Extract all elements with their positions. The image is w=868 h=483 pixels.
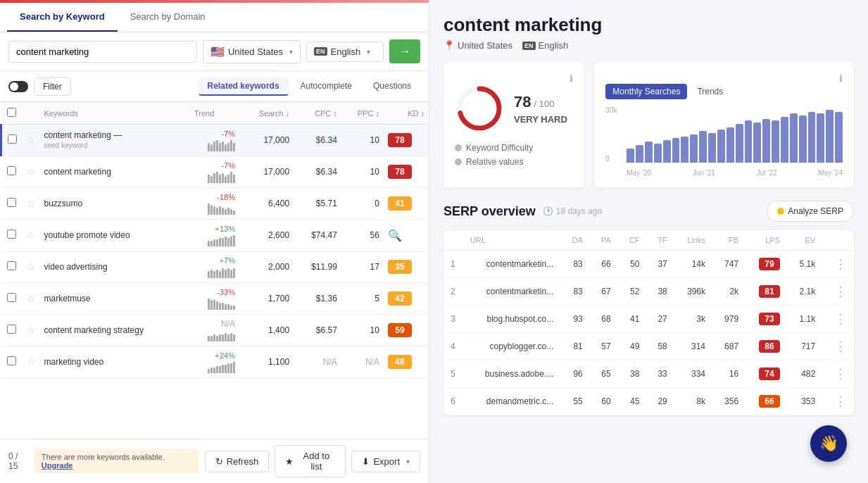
search-icon[interactable]: 🔍 bbox=[388, 230, 402, 242]
col-search[interactable]: Search ↓ bbox=[239, 102, 294, 125]
tab-search-by-keyword[interactable]: Search by Keyword bbox=[7, 3, 118, 32]
country-select[interactable]: 🇺🇸 United States ▾ bbox=[203, 40, 301, 63]
star-icon[interactable]: ☆ bbox=[27, 134, 36, 146]
serp-row-da: 83 bbox=[560, 278, 590, 306]
serp-col-links[interactable]: Links bbox=[674, 230, 712, 251]
serp-row-ev: 717 bbox=[787, 333, 822, 360]
export-button[interactable]: ⬇ Export ▾ bbox=[351, 451, 420, 472]
refresh-button[interactable]: ↻ Refresh bbox=[205, 451, 270, 472]
serp-col-fb[interactable]: FB bbox=[712, 230, 746, 251]
serp-row-url[interactable]: blog.hubspot.co... bbox=[463, 306, 560, 333]
pill-autocomplete[interactable]: Autocomplete bbox=[291, 77, 361, 96]
chart-bar bbox=[817, 113, 824, 163]
star-icon[interactable]: ☆ bbox=[27, 230, 36, 241]
filter-button[interactable]: Filter bbox=[34, 77, 71, 96]
chart-area: 30k 0 May '20 Jun '21 Jul '22 May '24 bbox=[605, 106, 843, 177]
serp-row-menu[interactable]: ⋮ bbox=[822, 360, 854, 388]
serp-row-url[interactable]: business.adobe.... bbox=[463, 360, 560, 388]
serp-row-tf: 29 bbox=[646, 388, 674, 415]
row-checkbox[interactable] bbox=[7, 166, 16, 175]
table-row: ☆ youtube promote video +13% 2,600 $74.4… bbox=[1, 220, 429, 251]
star-icon[interactable]: ☆ bbox=[27, 356, 36, 368]
analyze-serp-button[interactable]: Analyze SERP bbox=[767, 201, 854, 222]
row-checkbox[interactable] bbox=[7, 230, 16, 239]
row-checkbox[interactable] bbox=[7, 325, 16, 334]
kd-cell: 🔍 bbox=[384, 220, 429, 251]
serp-col-lps[interactable]: LPS bbox=[746, 230, 787, 251]
row-checkbox[interactable] bbox=[7, 356, 16, 365]
col-kd[interactable]: KD ↕ bbox=[384, 102, 429, 125]
kd-badge: 59 bbox=[388, 323, 412, 337]
star-icon[interactable]: ☆ bbox=[27, 325, 36, 336]
trend-bars bbox=[194, 267, 235, 278]
tab-search-by-domain[interactable]: Search by Domain bbox=[118, 3, 218, 32]
serp-col-da[interactable]: DA bbox=[560, 230, 590, 251]
filter-toggle[interactable] bbox=[8, 81, 28, 92]
pill-related-keywords[interactable]: Related keywords bbox=[199, 77, 289, 96]
serp-row-menu[interactable]: ⋮ bbox=[822, 278, 854, 306]
star-icon[interactable]: ☆ bbox=[27, 198, 36, 209]
star-icon[interactable]: ☆ bbox=[27, 166, 36, 177]
chat-fab-button[interactable]: 👋 bbox=[810, 425, 847, 462]
pill-questions[interactable]: Questions bbox=[364, 77, 420, 96]
serp-row-da: 55 bbox=[560, 388, 590, 415]
serp-row-url[interactable]: demandmetric.c... bbox=[463, 388, 560, 415]
serp-col-ev[interactable]: EV bbox=[787, 230, 822, 251]
serp-row-url[interactable]: contentmarketin... bbox=[463, 278, 560, 306]
row-trend-cell: -7% bbox=[190, 125, 239, 156]
col-cpc[interactable]: CPC ↕ bbox=[294, 102, 341, 125]
row-menu-icon[interactable]: ⋮ bbox=[834, 367, 847, 381]
row-checkbox[interactable] bbox=[7, 293, 16, 302]
row-star-cell: ☆ bbox=[23, 283, 40, 315]
row-keyword-cell: content marketing strategy bbox=[40, 315, 190, 346]
row-checkbox[interactable] bbox=[7, 198, 16, 207]
col-trend[interactable]: Trend bbox=[190, 102, 239, 125]
row-menu-icon[interactable]: ⋮ bbox=[834, 339, 847, 353]
row-ppc-cell: 10 bbox=[341, 125, 384, 156]
serp-col-cf[interactable]: CF bbox=[618, 230, 647, 251]
keyword-input[interactable] bbox=[8, 41, 197, 63]
row-cpc-cell: $6.34 bbox=[294, 125, 341, 156]
serp-row-fb: 2k bbox=[712, 278, 746, 306]
col-ppc[interactable]: PPC ↕ bbox=[341, 102, 384, 125]
row-keyword-cell: marketing video bbox=[40, 346, 190, 378]
row-menu-icon[interactable]: ⋮ bbox=[834, 257, 847, 271]
serp-row-url[interactable]: contentmarketin... bbox=[463, 251, 560, 278]
serp-title: SERP overview bbox=[444, 204, 536, 219]
serp-col-pa[interactable]: PA bbox=[590, 230, 618, 251]
chart-tab-monthly[interactable]: Monthly Searches bbox=[605, 84, 687, 99]
serp-row-fb: 747 bbox=[712, 251, 746, 278]
info-icon[interactable]: ℹ bbox=[570, 73, 573, 84]
row-menu-icon[interactable]: ⋮ bbox=[834, 312, 847, 326]
info-icon[interactable]: ℹ bbox=[839, 73, 843, 84]
keyword-name: content marketing strategy bbox=[44, 325, 144, 335]
chart-x-labels: May '20 Jun '21 Jul '22 May '24 bbox=[627, 169, 843, 177]
serp-row-menu[interactable]: ⋮ bbox=[822, 333, 854, 360]
x-label-1: May '20 bbox=[627, 169, 651, 177]
row-keyword-cell: content marketing bbox=[40, 156, 190, 188]
kd-out-of: / 100 bbox=[534, 99, 554, 109]
serp-row-url[interactable]: copyblogger.co... bbox=[463, 333, 560, 360]
serp-row-links: 3k bbox=[674, 306, 712, 333]
row-menu-icon[interactable]: ⋮ bbox=[834, 284, 847, 299]
lps-badge: 86 bbox=[759, 340, 780, 353]
col-keywords[interactable]: Keywords bbox=[40, 102, 190, 125]
select-all-checkbox[interactable] bbox=[7, 108, 16, 117]
kd-badge: 35 bbox=[388, 260, 412, 274]
row-checkbox[interactable] bbox=[8, 134, 17, 144]
chart-tab-trends[interactable]: Trends bbox=[690, 84, 730, 99]
row-checkbox[interactable] bbox=[7, 261, 16, 270]
serp-col-tf[interactable]: TF bbox=[646, 230, 674, 251]
add-to-list-button[interactable]: ★ Add to list bbox=[275, 445, 346, 477]
serp-row-menu[interactable]: ⋮ bbox=[822, 251, 854, 278]
serp-row-menu[interactable]: ⋮ bbox=[822, 306, 854, 333]
row-menu-icon[interactable]: ⋮ bbox=[834, 394, 847, 408]
star-icon[interactable]: ☆ bbox=[27, 293, 36, 304]
search-go-button[interactable]: → bbox=[389, 39, 420, 63]
kd-cell: 35 bbox=[384, 251, 429, 283]
star-icon[interactable]: ☆ bbox=[27, 261, 36, 272]
upgrade-link[interactable]: Upgrade bbox=[42, 461, 73, 470]
language-select[interactable]: EN English ▾ bbox=[306, 42, 384, 62]
serp-row-menu[interactable]: ⋮ bbox=[822, 388, 854, 415]
lang-icon: EN bbox=[314, 47, 327, 56]
